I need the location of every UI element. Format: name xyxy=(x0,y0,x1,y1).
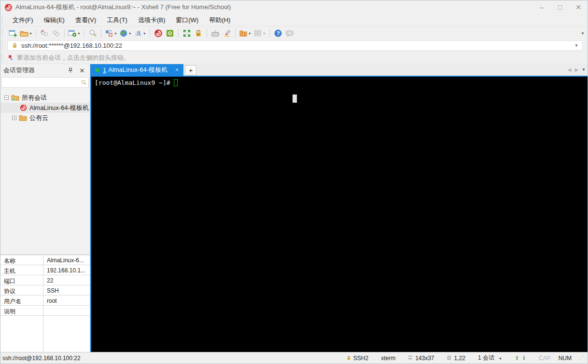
property-label: 主机 xyxy=(0,265,43,275)
info-bar: 要添加当前会话，点击左侧的箭头按钮。 xyxy=(0,52,588,64)
tile-windows-button[interactable]: ▼ xyxy=(252,27,267,39)
status-protocol-label: SSH2 xyxy=(353,355,368,362)
tab-list-caret[interactable]: ▼ xyxy=(582,67,586,72)
keyboard-icon xyxy=(211,29,220,38)
terminal[interactable]: [root@AlmaLinux9 ~]# xyxy=(90,77,588,352)
property-value xyxy=(43,306,90,315)
open-dropdown-caret[interactable]: ▼ xyxy=(29,32,32,35)
session-count-caret-icon[interactable]: ▲ xyxy=(499,356,502,360)
toolbar-separator xyxy=(150,29,150,38)
property-label: 说明 xyxy=(0,306,43,315)
font-dropdown-caret[interactable]: ▼ xyxy=(143,32,146,35)
new-session-icon xyxy=(9,29,17,38)
help-icon: ? xyxy=(274,29,282,38)
lock-screen-button[interactable] xyxy=(193,27,204,39)
property-row: 用户名 root xyxy=(0,296,90,306)
feedback-button[interactable] xyxy=(284,27,295,39)
pin-icon xyxy=(68,67,73,73)
open-session-button[interactable]: ▼ xyxy=(19,27,33,39)
font-button[interactable]: AA ▼ xyxy=(133,27,147,39)
find-icon xyxy=(88,29,97,38)
session-xshell-icon xyxy=(20,104,27,111)
xshell-tool-button[interactable] xyxy=(153,27,164,39)
expand-icon[interactable]: + xyxy=(12,116,16,120)
toolbar-grip xyxy=(2,28,4,38)
menu-help[interactable]: 帮助(H) xyxy=(204,14,236,26)
terminal-prompt: [root@AlmaLinux9 ~]# xyxy=(95,79,170,86)
svg-text:?: ? xyxy=(277,30,280,36)
address-dropdown-caret[interactable]: ▼ xyxy=(574,43,578,48)
info-bar-text: 要添加当前会话，点击左侧的箭头按钮。 xyxy=(17,54,130,62)
find-button[interactable] xyxy=(87,27,98,39)
new-file-button[interactable]: ▼ xyxy=(238,27,252,39)
toolbar-separator xyxy=(207,29,207,38)
status-session-count[interactable]: 1 会话 ▲ xyxy=(478,354,502,362)
properties-dropdown-caret[interactable]: ▼ xyxy=(77,32,81,35)
arrange-dropdown-caret[interactable]: ▼ xyxy=(114,32,117,35)
help-button[interactable]: ? xyxy=(272,27,284,39)
infobar-grip xyxy=(2,54,4,62)
tile-dropdown-caret[interactable]: ▼ xyxy=(263,32,266,35)
session-properties-button[interactable]: ▼ xyxy=(67,27,82,39)
xshell-window: AlmaLinux-64-模板机 - root@AlmaLinux9:~ - X… xyxy=(0,0,588,364)
address-input[interactable]: ssh://root:******@192.168.10.100:22 ▼ xyxy=(7,40,583,51)
menu-tools[interactable]: 工具(T) xyxy=(101,14,133,26)
open-folder-icon xyxy=(20,29,28,38)
tab-scroll-left-icon[interactable]: ◀ xyxy=(568,67,572,72)
property-row: 主机 192.168.10.1... xyxy=(0,265,90,275)
web-browser-button[interactable]: ▼ xyxy=(118,27,133,39)
cursor-position-icon xyxy=(447,355,452,361)
new-file-dropdown-caret[interactable]: ▼ xyxy=(248,32,252,35)
collapse-icon[interactable]: − xyxy=(4,95,9,100)
tab-almalinux[interactable]: 1 AlmaLinux-64-模板机 × xyxy=(90,64,183,76)
xshell-icon xyxy=(154,29,163,38)
menu-file[interactable]: 文件(F) xyxy=(7,14,39,26)
property-value: AlmaLinux-6... xyxy=(43,255,90,265)
close-button[interactable]: ✕ xyxy=(569,0,588,14)
web-dropdown-caret[interactable]: ▼ xyxy=(128,32,132,35)
folder-icon xyxy=(19,114,27,121)
pin-panel-button[interactable] xyxy=(68,67,77,73)
tab-bar: 1 AlmaLinux-64-模板机 × + ◀ ▶ ▼ xyxy=(90,64,588,77)
tree-label-cloud: 公有云 xyxy=(29,114,48,122)
new-session-button[interactable] xyxy=(7,27,19,39)
xftp-transfer-button[interactable] xyxy=(164,27,176,39)
session-search xyxy=(1,77,89,88)
scroll-up-icon[interactable]: ⬆ xyxy=(515,355,519,362)
addressbar-grip xyxy=(2,41,4,49)
maximize-button[interactable]: □ xyxy=(551,0,569,14)
menu-view[interactable]: 查看(V) xyxy=(70,14,101,26)
new-tab-button[interactable]: + xyxy=(185,65,196,75)
tab-close-icon[interactable]: × xyxy=(175,67,179,73)
minimize-button[interactable]: – xyxy=(532,0,551,14)
search-icon[interactable] xyxy=(81,80,87,86)
tab-scroll-right-icon[interactable]: ▶ xyxy=(574,67,578,72)
menu-tab[interactable]: 选项卡(B) xyxy=(133,14,170,26)
disconnect-button[interactable] xyxy=(39,27,50,39)
menu-edit[interactable]: 编辑(E) xyxy=(39,14,70,26)
toolbar-overflow-caret[interactable]: ▼ xyxy=(581,31,585,36)
scroll-down-icon[interactable]: ⬇ xyxy=(521,355,526,362)
highlight-pen-button[interactable] xyxy=(221,27,233,39)
close-panel-button[interactable]: ✕ xyxy=(77,67,87,74)
xshell-logo-icon xyxy=(4,3,13,12)
status-size: 143x37 xyxy=(408,355,434,362)
status-term-type[interactable]: xterm xyxy=(381,355,395,362)
content-area: 1 AlmaLinux-64-模板机 × + ◀ ▶ ▼ [root@AlmaL… xyxy=(90,64,588,352)
arrange-layout-icon xyxy=(105,29,113,38)
menu-window[interactable]: 窗口(W) xyxy=(170,14,204,26)
session-tree: − 所有会话 AlmaLinux-64-模板机 + 公有云 xyxy=(0,89,90,255)
tree-item-session[interactable]: AlmaLinux-64-模板机 xyxy=(0,103,90,113)
virtual-keyboard-button[interactable] xyxy=(210,27,221,39)
tree-item-cloud-folder[interactable]: + 公有云 xyxy=(0,113,90,123)
resize-grip[interactable]: ⋰ xyxy=(578,355,584,361)
reconnect-button[interactable] xyxy=(50,27,62,39)
arrange-layout-button[interactable]: ▼ xyxy=(104,27,118,39)
session-search-input[interactable] xyxy=(2,78,81,87)
titlebar: AlmaLinux-64-模板机 - root@AlmaLinux9:~ - X… xyxy=(0,0,588,14)
flag-icon xyxy=(7,54,14,61)
svg-text:A: A xyxy=(136,30,141,37)
tab-label: AlmaLinux-64-模板机 xyxy=(108,66,168,74)
fullscreen-button[interactable] xyxy=(181,27,193,39)
tree-item-all-sessions[interactable]: − 所有会话 xyxy=(0,93,90,103)
